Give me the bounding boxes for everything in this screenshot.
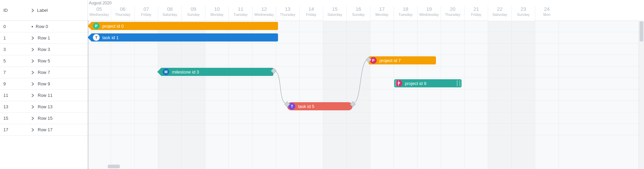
timeline-row[interactable]: Mmilestone id 3 [88, 66, 644, 78]
table-row[interactable]: 15Row 15 [0, 113, 88, 124]
table-row[interactable]: 1Row 1 [0, 32, 88, 44]
horizontal-scrollbar-thumb[interactable] [108, 165, 120, 168]
chevron-right-icon[interactable] [32, 105, 35, 109]
timeline-row[interactable] [88, 44, 644, 55]
bar-label: milestone id 3 [172, 69, 199, 75]
table-row[interactable]: 9Row 9 [0, 78, 88, 90]
timeline-day[interactable]: 07Friday [135, 6, 158, 21]
timeline-row[interactable]: Pproject id 0 [88, 21, 644, 32]
day-number: 13 [276, 6, 299, 12]
timeline: August 2020 05Wednesday06Thursday07Frida… [88, 0, 644, 169]
table-row[interactable]: 5Row 5 [0, 55, 88, 67]
gantt-bar[interactable]: Ttask id 1 [88, 33, 278, 41]
row-label: Row 0 [36, 24, 48, 29]
day-of-week: Friday [465, 12, 488, 17]
day-number: 12 [252, 6, 276, 12]
cell-id: 13 [0, 104, 32, 109]
day-number: 06 [111, 6, 134, 12]
table-row[interactable]: 11Row 11 [0, 90, 88, 101]
timeline-day[interactable]: 06Thursday [111, 6, 135, 21]
cell-id: 1 [0, 35, 32, 40]
timeline-rows: Pproject id 0Ttask id 1Pproject id 7Mmil… [88, 21, 644, 169]
column-header-label[interactable]: Label [32, 8, 85, 13]
vertical-scrollbar[interactable] [639, 21, 644, 169]
timeline-day[interactable]: 18Tuesday [394, 6, 417, 21]
row-label: Row 17 [38, 127, 53, 132]
gantt-bar[interactable]: Pproject id 9 [394, 79, 462, 87]
cell-label: Row 9 [32, 81, 88, 86]
gantt-chart: ID Label 0Row 01Row 13Row 35Row 57Row 79… [0, 0, 644, 169]
timeline-day[interactable]: 11Tuesday [229, 6, 252, 21]
day-of-week: Mon [535, 12, 558, 17]
day-number: 16 [347, 6, 370, 12]
day-number: 23 [512, 6, 535, 12]
timeline-row[interactable] [88, 112, 644, 124]
gantt-bar[interactable]: Ttask id 5 [287, 102, 352, 110]
cell-id: 7 [0, 70, 32, 75]
chevron-right-icon[interactable] [32, 94, 35, 97]
gantt-bar[interactable]: Pproject id 7 [369, 56, 436, 64]
timeline-day[interactable]: 05Wednesday [88, 6, 111, 21]
chevron-right-icon[interactable] [32, 117, 35, 120]
timeline-day[interactable]: 17Monday [370, 6, 394, 21]
timeline-day[interactable]: 09Sunday [182, 6, 205, 21]
column-header-id[interactable]: ID [0, 8, 32, 13]
chevron-right-icon[interactable] [32, 71, 35, 74]
timeline-row[interactable]: Pproject id 7 [88, 55, 644, 66]
bar-label: project id 7 [379, 58, 401, 63]
row-label: Row 11 [38, 93, 53, 98]
timeline-day[interactable]: 23Sunday [512, 6, 535, 21]
timeline-day[interactable]: 16Sunday [347, 6, 370, 21]
resize-handle-right[interactable] [457, 80, 460, 86]
day-of-week: Sunday [512, 12, 535, 17]
cell-id: 17 [0, 127, 32, 132]
timeline-day[interactable]: 15Saturday [323, 6, 347, 21]
table-row[interactable]: 7Row 7 [0, 67, 88, 78]
table-row[interactable]: 13Row 13 [0, 101, 88, 113]
timeline-day[interactable]: 14Friday [300, 6, 323, 21]
side-header: ID Label [0, 0, 88, 21]
cell-label: Row 13 [32, 104, 88, 109]
timeline-day[interactable]: 13Thursday [276, 6, 300, 21]
timeline-day[interactable]: 21Friday [465, 6, 488, 21]
timeline-body[interactable]: Pproject id 0Ttask id 1Pproject id 7Mmil… [88, 21, 644, 169]
cell-id: 15 [0, 116, 32, 121]
timeline-day[interactable]: 10Monday [205, 6, 229, 21]
cell-label: Row 15 [32, 116, 88, 121]
day-number: 20 [441, 6, 464, 12]
chevron-right-icon[interactable] [32, 36, 35, 40]
cell-id: 0 [0, 24, 32, 29]
day-of-week: Saturday [158, 12, 181, 17]
chevron-right-icon[interactable] [32, 82, 35, 86]
timeline-day[interactable]: 19Wednesday [417, 6, 441, 21]
timeline-row[interactable]: Ttask id 5 [88, 101, 644, 112]
horizontal-scrollbar[interactable] [88, 164, 644, 169]
resize-handle-left[interactable] [396, 80, 399, 86]
timeline-day[interactable]: 12Wednesday [252, 6, 276, 21]
timeline-row[interactable] [88, 89, 644, 101]
timeline-day[interactable]: 24Mon [535, 6, 558, 21]
cell-label: Row 3 [32, 47, 88, 52]
table-row[interactable]: 0Row 0 [0, 21, 88, 32]
table-row[interactable]: 17Row 17 [0, 124, 88, 136]
table-row[interactable]: 3Row 3 [0, 44, 88, 55]
chevron-right-icon[interactable] [32, 59, 35, 63]
day-of-week: Friday [300, 12, 323, 17]
gantt-bar[interactable]: Pproject id 0 [88, 22, 278, 30]
timeline-row[interactable]: Pproject id 9 [88, 78, 644, 89]
vertical-scrollbar-thumb[interactable] [640, 21, 643, 41]
timeline-row[interactable]: Ttask id 1 [88, 32, 644, 44]
bar-type-badge: T [93, 34, 100, 41]
day-number: 15 [323, 6, 346, 12]
cell-label: Row 1 [32, 35, 88, 40]
timeline-day[interactable]: 20Thursday [441, 6, 465, 21]
cell-label: Row 0 [32, 24, 88, 29]
timeline-day[interactable]: 08Saturday [158, 6, 182, 21]
day-number: 18 [394, 6, 417, 12]
chevron-right-icon[interactable] [32, 48, 35, 51]
timeline-row[interactable] [88, 124, 644, 135]
timeline-day[interactable]: 22Saturday [488, 6, 512, 21]
chevron-right-icon[interactable] [32, 128, 35, 132]
day-of-week: Wednesday [88, 12, 111, 17]
gantt-bar[interactable]: Mmilestone id 3 [157, 68, 273, 76]
